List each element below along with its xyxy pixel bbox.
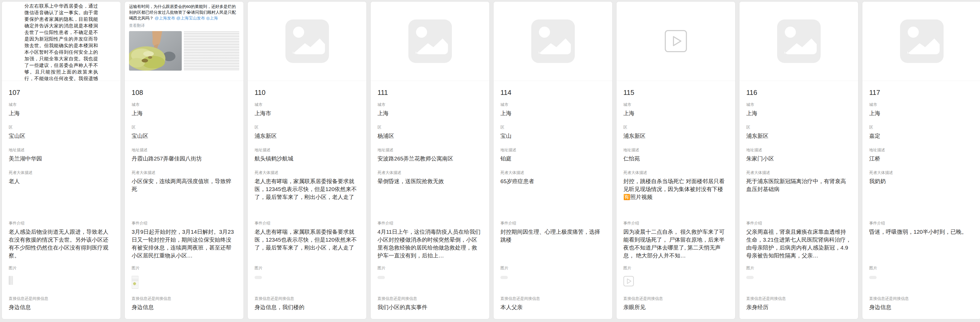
field-label-district: 区 <box>255 125 360 130</box>
card-body: 114城市上海区宝山地址描述铂庭死者大体描述65岁癌症患者事件介绍封控期间因生理… <box>493 81 612 319</box>
field-value-direct: 本人父亲 <box>500 303 605 311</box>
field-label-district: 区 <box>9 125 114 130</box>
field-label-image: 图片 <box>9 265 114 271</box>
record-card[interactable]: 115城市上海区浦东新区地址描述仁怡苑死者大体描述封控，跳楼自杀当场死亡 对面楼… <box>616 1 735 319</box>
field-value-district: 宝山区 <box>132 132 237 140</box>
field-label-direct: 直接信息还是间接信息 <box>255 296 360 301</box>
field-value-address: 仁怡苑 <box>624 155 728 163</box>
record-card[interactable]: 运输有时间，为什么跟居委会的60的菜能到，还好多是烂的别的区都已经分发过几批物资… <box>124 1 244 319</box>
field-label-direct: 直接信息还是间接信息 <box>377 296 482 301</box>
record-card[interactable]: 分左右联系上中华西居委会，通过微信语音确认了这一事实。由于需要保护患者家属的隐私… <box>2 1 121 319</box>
field-label-city: 城市 <box>9 102 114 107</box>
field-label-district: 区 <box>869 125 974 130</box>
image-thumbnail[interactable] <box>255 276 262 279</box>
field-label-image: 图片 <box>746 265 851 271</box>
field-value-event: 老人感染后物业街道无人跟进，导致老人在没有救援的情况下去世。另外该小区还有不少阳… <box>9 228 114 260</box>
image-thumbnail[interactable] <box>624 276 634 287</box>
field-value-district: 宝山区 <box>9 132 114 140</box>
field-value-direct: 身边信息，我们楼的 <box>255 303 360 311</box>
record-id: 110 <box>255 88 360 97</box>
field-value-address: 朱家门小区 <box>746 155 851 163</box>
field-value-address: 安波路265弄兰花教师公寓南区 <box>377 155 482 163</box>
record-card[interactable]: 114城市上海区宝山地址描述铂庭死者大体描述65岁癌症患者事件介绍封控期间因生理… <box>493 1 612 319</box>
field-value-city: 上海 <box>500 109 605 117</box>
card-body: 111城市上海区杨浦区地址描述安波路265弄兰花教师公寓南区死者大体描述晕倒昏迷… <box>371 81 489 319</box>
field-value-event: 父亲周嘉祖，肾衰且瘫痪在床靠血透维持生命，3.21住进第七人民医院肾病科治疗，由… <box>746 228 851 260</box>
video-thumbnail-icon <box>624 276 634 286</box>
field-label-address: 地址描述 <box>624 147 728 152</box>
record-id: 117 <box>869 88 974 97</box>
card-media-preview[interactable] <box>493 2 612 81</box>
field-value-direct: 身边信息 <box>132 303 237 311</box>
field-value-city: 上海 <box>132 109 237 117</box>
card-body: 117城市上海区嘉定地址描述江桥死者大体描述我奶奶事件介绍昏迷，呼吸微弱，120… <box>862 81 980 319</box>
card-body: 110城市上海市区浦东新区地址描述航头镇鹤沙航城死者大体描述老人患有哮喘，家属联… <box>248 81 366 319</box>
field-value-city: 上海 <box>746 109 851 117</box>
field-label-event: 事件介绍 <box>869 220 974 226</box>
field-label-event: 事件介绍 <box>746 220 851 226</box>
field-value-event: 封控期间因生理、心理上极度痛苦，选择跳楼 <box>500 228 605 244</box>
record-id: 115 <box>624 88 728 97</box>
card-media-preview[interactable] <box>248 2 366 81</box>
field-label-victim: 死者大体描述 <box>500 170 605 175</box>
field-value-direct: 亲眼所见 <box>624 303 728 311</box>
video-play-icon <box>665 30 687 52</box>
record-card[interactable]: 116城市上海区浦东新区地址描述朱家门小区死者大体描述死于浦东医院新冠隔离治疗中… <box>739 1 858 319</box>
field-label-direct: 直接信息还是间接信息 <box>869 296 974 301</box>
field-label-address: 地址描述 <box>746 147 851 152</box>
field-value-city: 上海市 <box>255 109 360 117</box>
card-media-preview[interactable] <box>371 2 489 81</box>
field-label-address: 地址描述 <box>377 147 482 152</box>
field-value-address: 江桥 <box>869 155 974 163</box>
field-value-address: 美兰湖中华园 <box>9 155 114 163</box>
field-label-address: 地址描述 <box>500 147 605 152</box>
field-value-event: 3月9日起开始封控，3月14日解封。3月23日又一轮封控开始，期间这位保安始终没… <box>132 228 237 260</box>
field-value-victim: 晕倒昏迷，送医院抢救无效 <box>377 177 482 185</box>
field-label-image: 图片 <box>377 265 482 271</box>
card-media-preview[interactable]: 分左右联系上中华西居委会，通过微信语音确认了这一事实。由于需要保护患者家属的隐私… <box>2 2 121 81</box>
field-value-district: 嘉定 <box>869 132 974 140</box>
image-thumbnail[interactable] <box>746 276 754 279</box>
field-label-victim: 死者大体描述 <box>255 170 360 175</box>
record-id: 111 <box>377 88 482 97</box>
card-body: 116城市上海区浦东新区地址描述朱家门小区死者大体描述死于浦东医院新冠隔离治疗中… <box>740 81 858 319</box>
field-label-city: 城市 <box>132 102 237 107</box>
field-label-direct: 直接信息还是间接信息 <box>624 296 728 301</box>
image-placeholder-icon <box>408 19 452 63</box>
field-label-event: 事件介绍 <box>132 220 237 226</box>
record-card[interactable]: 111城市上海区杨浦区地址描述安波路265弄兰花教师公寓南区死者大体描述晕倒昏迷… <box>371 1 490 319</box>
card-media-preview[interactable] <box>616 2 735 81</box>
card-media-preview[interactable] <box>740 2 858 81</box>
field-label-district: 区 <box>377 125 482 130</box>
image-thumbnail[interactable] <box>9 276 13 285</box>
field-label-address: 地址描述 <box>9 147 114 152</box>
field-value-district: 宝山 <box>500 132 605 140</box>
records-board: 分左右联系上中华西居委会，通过微信语音确认了这一事实。由于需要保护患者家属的隐私… <box>0 0 980 322</box>
field-value-direct: 身边信息 <box>9 303 114 311</box>
card-body: 108城市上海区宝山区地址描述丹霞山路257弄馨佳园八街坊死者大体描述小区保安，… <box>125 81 243 319</box>
field-label-direct: 直接信息还是间接信息 <box>9 296 114 301</box>
image-thumbnail[interactable] <box>500 276 508 279</box>
field-label-address: 地址描述 <box>869 147 974 152</box>
record-id: 108 <box>132 88 237 97</box>
field-label-victim: 死者大体描述 <box>377 170 482 175</box>
field-value-victim: 我奶奶 <box>869 177 974 185</box>
tweet-screenshot: 运输有时间，为什么跟居委会的60的菜能到，还好多是烂的别的区都已经分发过几批物资… <box>125 2 243 81</box>
field-value-event: 因为凌晨十二点自杀， 很久救护车来了可能看到现场死了， 尸体留在原地，后来半夜也… <box>624 228 728 260</box>
card-media-preview[interactable]: 运输有时间，为什么跟居委会的60的菜能到，还好多是烂的别的区都已经分发过几批物资… <box>125 2 243 81</box>
field-value-victim: 死于浦东医院新冠隔离治疗中，有肾衰高血压封基础病 <box>746 177 851 193</box>
image-thumbnail[interactable] <box>869 276 877 279</box>
image-placeholder-icon <box>285 19 329 63</box>
field-label-victim: 死者大体描述 <box>869 170 974 175</box>
field-value-victim: 65岁癌症患者 <box>500 177 605 185</box>
record-card[interactable]: 117城市上海区嘉定地址描述江桥死者大体描述我奶奶事件介绍昏迷，呼吸微弱，120… <box>862 1 980 319</box>
image-thumbnail[interactable] <box>132 276 138 289</box>
field-label-image: 图片 <box>869 265 974 271</box>
field-value-address: 丹霞山路257弄馨佳园八街坊 <box>132 155 237 163</box>
field-label-direct: 直接信息还是间接信息 <box>500 296 605 301</box>
card-media-preview[interactable] <box>862 2 980 81</box>
image-thumbnail[interactable] <box>377 276 385 279</box>
field-value-city: 上海 <box>377 109 482 117</box>
field-value-district: 浦东新区 <box>255 132 360 140</box>
record-card[interactable]: 110城市上海市区浦东新区地址描述航头镇鹤沙航城死者大体描述老人患有哮喘，家属联… <box>247 1 367 319</box>
